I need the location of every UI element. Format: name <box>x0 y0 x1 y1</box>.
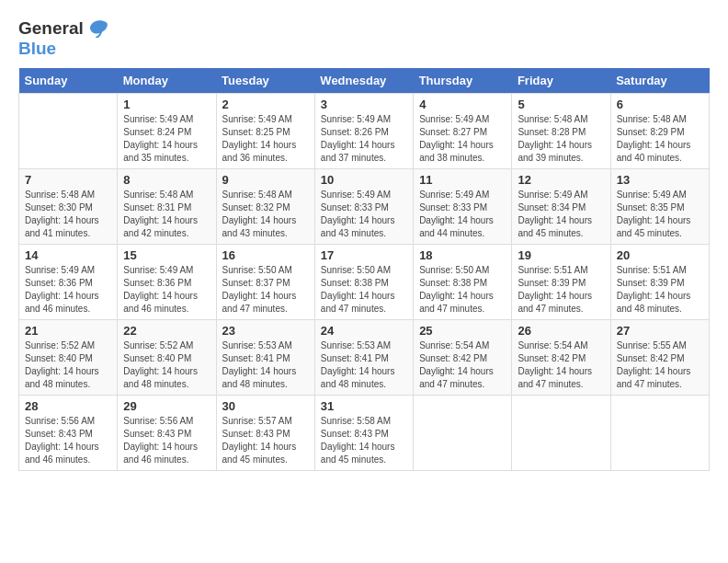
day-number: 29 <box>123 399 210 413</box>
calendar-week-row: 28Sunrise: 5:56 AM Sunset: 8:43 PM Dayli… <box>19 396 710 471</box>
day-number: 7 <box>25 173 111 187</box>
day-number: 4 <box>419 98 506 111</box>
day-info: Sunrise: 5:56 AM Sunset: 8:43 PM Dayligh… <box>123 415 210 466</box>
calendar-week-row: 14Sunrise: 5:49 AM Sunset: 8:36 PM Dayli… <box>19 245 710 320</box>
logo-bird-icon <box>85 19 109 38</box>
day-number: 16 <box>222 248 309 262</box>
day-info: Sunrise: 5:51 AM Sunset: 8:39 PM Dayligh… <box>617 264 703 316</box>
day-info: Sunrise: 5:48 AM Sunset: 8:28 PM Dayligh… <box>518 113 604 165</box>
day-info: Sunrise: 5:49 AM Sunset: 8:27 PM Dayligh… <box>419 113 506 165</box>
calendar-day-cell <box>610 396 709 471</box>
day-number: 2 <box>222 98 309 111</box>
day-info: Sunrise: 5:49 AM Sunset: 8:26 PM Dayligh… <box>321 113 407 165</box>
day-number: 14 <box>25 248 111 262</box>
calendar-body: 1Sunrise: 5:49 AM Sunset: 8:24 PM Daylig… <box>19 94 710 471</box>
calendar-day-cell <box>414 396 512 471</box>
calendar-day-cell: 28Sunrise: 5:56 AM Sunset: 8:43 PM Dayli… <box>19 396 118 471</box>
day-info: Sunrise: 5:48 AM Sunset: 8:30 PM Dayligh… <box>25 189 111 240</box>
calendar-week-row: 7Sunrise: 5:48 AM Sunset: 8:30 PM Daylig… <box>19 169 710 245</box>
day-number: 5 <box>518 98 604 111</box>
page-header: General Blue <box>18 18 710 59</box>
day-number: 19 <box>518 248 604 262</box>
day-info: Sunrise: 5:49 AM Sunset: 8:33 PM Dayligh… <box>321 189 407 240</box>
calendar-day-cell: 16Sunrise: 5:50 AM Sunset: 8:37 PM Dayli… <box>216 245 314 320</box>
calendar-header-cell: Friday <box>512 68 610 94</box>
day-info: Sunrise: 5:54 AM Sunset: 8:42 PM Dayligh… <box>419 339 506 391</box>
calendar-day-cell: 20Sunrise: 5:51 AM Sunset: 8:39 PM Dayli… <box>610 245 709 320</box>
calendar-week-row: 21Sunrise: 5:52 AM Sunset: 8:40 PM Dayli… <box>19 320 710 396</box>
calendar-day-cell: 10Sunrise: 5:49 AM Sunset: 8:33 PM Dayli… <box>314 169 413 245</box>
logo-container: General Blue <box>18 18 109 59</box>
calendar-day-cell: 5Sunrise: 5:48 AM Sunset: 8:28 PM Daylig… <box>512 94 610 169</box>
day-number: 31 <box>321 399 407 413</box>
calendar-day-cell: 13Sunrise: 5:49 AM Sunset: 8:35 PM Dayli… <box>610 169 709 245</box>
day-number: 18 <box>419 248 506 262</box>
day-info: Sunrise: 5:49 AM Sunset: 8:36 PM Dayligh… <box>123 264 210 316</box>
calendar-day-cell: 2Sunrise: 5:49 AM Sunset: 8:25 PM Daylig… <box>216 94 314 169</box>
day-info: Sunrise: 5:58 AM Sunset: 8:43 PM Dayligh… <box>321 415 407 466</box>
day-info: Sunrise: 5:50 AM Sunset: 8:38 PM Dayligh… <box>419 264 506 316</box>
calendar-week-row: 1Sunrise: 5:49 AM Sunset: 8:24 PM Daylig… <box>19 94 710 169</box>
day-info: Sunrise: 5:49 AM Sunset: 8:35 PM Dayligh… <box>617 189 703 240</box>
day-number: 13 <box>617 173 703 187</box>
day-number: 1 <box>123 98 210 111</box>
calendar-day-cell: 23Sunrise: 5:53 AM Sunset: 8:41 PM Dayli… <box>216 320 314 396</box>
day-number: 28 <box>25 399 111 413</box>
calendar-day-cell: 25Sunrise: 5:54 AM Sunset: 8:42 PM Dayli… <box>414 320 512 396</box>
day-info: Sunrise: 5:49 AM Sunset: 8:33 PM Dayligh… <box>419 189 506 240</box>
calendar-day-cell: 15Sunrise: 5:49 AM Sunset: 8:36 PM Dayli… <box>118 245 216 320</box>
day-number: 3 <box>321 98 407 111</box>
day-number: 6 <box>617 98 703 111</box>
calendar-day-cell: 22Sunrise: 5:52 AM Sunset: 8:40 PM Dayli… <box>118 320 216 396</box>
day-number: 17 <box>321 248 407 262</box>
calendar-day-cell: 11Sunrise: 5:49 AM Sunset: 8:33 PM Dayli… <box>414 169 512 245</box>
day-info: Sunrise: 5:48 AM Sunset: 8:31 PM Dayligh… <box>123 189 210 240</box>
day-info: Sunrise: 5:52 AM Sunset: 8:40 PM Dayligh… <box>25 339 111 391</box>
day-info: Sunrise: 5:48 AM Sunset: 8:29 PM Dayligh… <box>617 113 703 165</box>
day-info: Sunrise: 5:50 AM Sunset: 8:38 PM Dayligh… <box>321 264 407 316</box>
calendar-day-cell: 7Sunrise: 5:48 AM Sunset: 8:30 PM Daylig… <box>19 169 118 245</box>
day-info: Sunrise: 5:48 AM Sunset: 8:32 PM Dayligh… <box>222 189 309 240</box>
day-number: 20 <box>617 248 703 262</box>
logo: General Blue <box>18 18 109 59</box>
calendar-header-cell: Monday <box>118 68 216 94</box>
day-number: 30 <box>222 399 309 413</box>
logo-blue-text: Blue <box>18 39 109 59</box>
day-info: Sunrise: 5:53 AM Sunset: 8:41 PM Dayligh… <box>321 339 407 391</box>
day-number: 27 <box>617 324 703 338</box>
day-info: Sunrise: 5:49 AM Sunset: 8:36 PM Dayligh… <box>25 264 111 316</box>
calendar-day-cell: 14Sunrise: 5:49 AM Sunset: 8:36 PM Dayli… <box>19 245 118 320</box>
logo-top-line: General <box>18 18 109 39</box>
day-number: 9 <box>222 173 309 187</box>
day-info: Sunrise: 5:49 AM Sunset: 8:25 PM Dayligh… <box>222 113 309 165</box>
day-number: 23 <box>222 324 309 338</box>
day-info: Sunrise: 5:54 AM Sunset: 8:42 PM Dayligh… <box>518 339 604 391</box>
calendar-day-cell: 1Sunrise: 5:49 AM Sunset: 8:24 PM Daylig… <box>118 94 216 169</box>
day-number: 26 <box>518 324 604 338</box>
day-info: Sunrise: 5:51 AM Sunset: 8:39 PM Dayligh… <box>518 264 604 316</box>
logo-general-text: General <box>18 18 84 39</box>
calendar-header-cell: Saturday <box>610 68 709 94</box>
day-info: Sunrise: 5:53 AM Sunset: 8:41 PM Dayligh… <box>222 339 309 391</box>
calendar-day-cell: 18Sunrise: 5:50 AM Sunset: 8:38 PM Dayli… <box>414 245 512 320</box>
day-info: Sunrise: 5:50 AM Sunset: 8:37 PM Dayligh… <box>222 264 309 316</box>
day-number: 11 <box>419 173 506 187</box>
day-number: 8 <box>123 173 210 187</box>
day-info: Sunrise: 5:49 AM Sunset: 8:34 PM Dayligh… <box>518 189 604 240</box>
calendar-day-cell <box>19 94 118 169</box>
calendar-header-cell: Thursday <box>414 68 512 94</box>
day-info: Sunrise: 5:56 AM Sunset: 8:43 PM Dayligh… <box>25 415 111 466</box>
day-number: 10 <box>321 173 407 187</box>
calendar-day-cell: 26Sunrise: 5:54 AM Sunset: 8:42 PM Dayli… <box>512 320 610 396</box>
calendar-day-cell <box>512 396 610 471</box>
calendar-day-cell: 8Sunrise: 5:48 AM Sunset: 8:31 PM Daylig… <box>118 169 216 245</box>
calendar-day-cell: 17Sunrise: 5:50 AM Sunset: 8:38 PM Dayli… <box>314 245 413 320</box>
calendar-day-cell: 12Sunrise: 5:49 AM Sunset: 8:34 PM Dayli… <box>512 169 610 245</box>
calendar-header-cell: Tuesday <box>216 68 314 94</box>
day-number: 22 <box>123 324 210 338</box>
calendar-day-cell: 24Sunrise: 5:53 AM Sunset: 8:41 PM Dayli… <box>314 320 413 396</box>
calendar-day-cell: 9Sunrise: 5:48 AM Sunset: 8:32 PM Daylig… <box>216 169 314 245</box>
calendar-day-cell: 27Sunrise: 5:55 AM Sunset: 8:42 PM Dayli… <box>610 320 709 396</box>
day-info: Sunrise: 5:52 AM Sunset: 8:40 PM Dayligh… <box>123 339 210 391</box>
day-number: 15 <box>123 248 210 262</box>
